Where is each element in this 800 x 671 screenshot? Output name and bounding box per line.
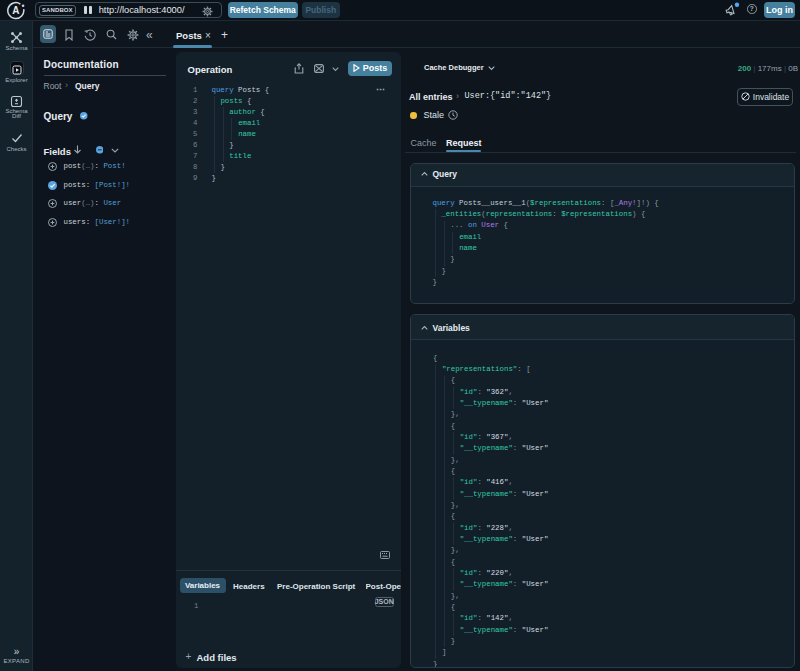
svg-text:A: A [12,5,19,16]
